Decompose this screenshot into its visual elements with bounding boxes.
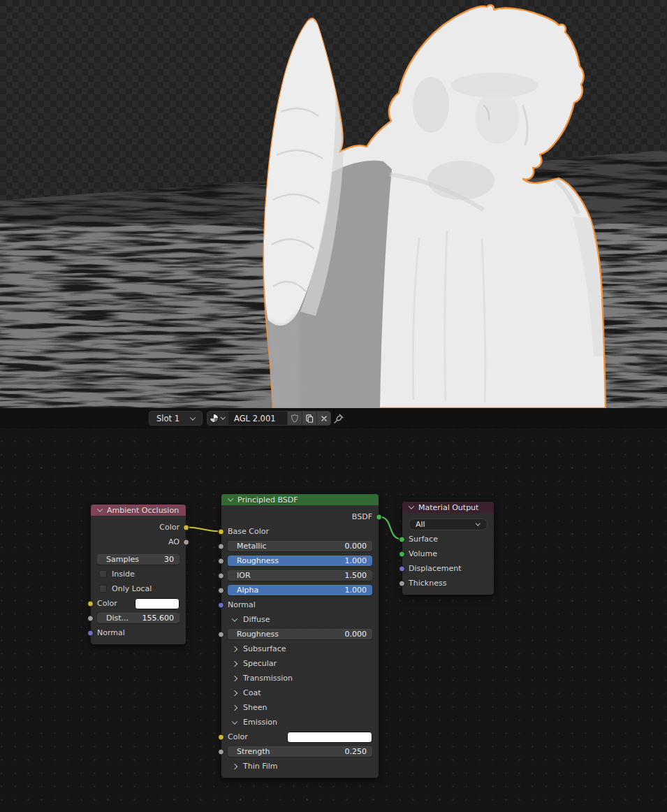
node-row-ior[interactable]: IOR1.500 [221,568,379,583]
volume-socket[interactable] [399,551,405,557]
chevron-right-icon[interactable] [232,763,237,769]
node-row-base-color: Base Color [221,524,379,539]
slider-value: 1.000 [345,586,367,595]
node-link[interactable] [379,517,402,539]
inside-checkbox[interactable] [99,570,107,578]
node-link[interactable] [186,528,221,532]
slider-label: Dist... [106,614,129,623]
slider-value: 1.500 [345,571,367,580]
section-label: Subsurface [243,644,286,653]
node-ambient-occlusion[interactable]: Ambient OcclusionColorAOSamples30InsideO… [90,504,186,645]
node-row-inside[interactable]: Inside [91,567,186,581]
node-row-alpha[interactable]: Alpha1.000 [221,583,379,597]
slider-label: Samples [106,555,139,564]
node-header-principled-bsdf[interactable]: Principled BSDF [221,494,379,505]
color-socket[interactable] [218,734,224,740]
node-header-ambient-occlusion[interactable]: Ambient Occlusion [91,505,186,516]
color-color-swatch[interactable] [287,732,372,743]
chevron-right-icon[interactable] [232,690,237,695]
node-material-output[interactable]: Material OutputAllSurfaceVolumeDisplacem… [402,501,494,595]
socket-label: Displacement [409,564,462,573]
color-socket[interactable] [87,600,94,607]
node-row-color: Color [91,520,186,535]
roughness-slider[interactable]: Roughness0.000 [228,629,372,639]
node-row-displacement: Displacement [402,561,494,576]
normal-socket[interactable] [218,602,224,608]
viewport-3d[interactable] [0,0,667,408]
node-row-ao: AO [91,535,186,549]
socket-label: Color [159,523,179,532]
color-color-swatch[interactable] [135,598,179,609]
node-row-sheen[interactable]: Sheen [221,700,379,715]
node-row-volume: Volume [402,546,494,561]
color-label: Color [228,732,248,741]
metallic-socket[interactable] [218,543,224,549]
base-color-socket[interactable] [218,528,224,535]
node-row-transmission[interactable]: Transmission [221,671,379,686]
chevron-down-icon[interactable] [232,616,237,621]
color-socket[interactable] [183,524,189,530]
node-row-all[interactable]: All [402,517,494,532]
strength-socket[interactable] [218,748,224,755]
alpha-slider[interactable]: Alpha1.000 [228,585,372,595]
chevron-right-icon[interactable] [232,660,237,666]
surface-socket[interactable] [399,536,405,542]
node-row-only-local[interactable]: Only Local [91,581,186,596]
statue-object[interactable] [263,5,606,408]
only-local-checkbox[interactable] [99,585,107,593]
node-row-normal: Normal [221,597,379,612]
all-dropdown[interactable]: All [409,519,488,530]
slider-value: 0.000 [345,542,367,551]
normal-socket[interactable] [87,630,94,636]
node-row-specular[interactable]: Specular [221,656,379,671]
node-row-roughness[interactable]: Roughness0.000 [221,627,379,641]
node-row-color[interactable]: Color [221,730,379,744]
node-row-emission[interactable]: Emission [221,715,379,730]
roughness-slider[interactable]: Roughness1.000 [228,556,372,566]
node-principled-bsdf[interactable]: Principled BSDFBSDFBase ColorMetallic0.0… [221,493,379,778]
metallic-slider[interactable]: Metallic0.000 [228,541,372,551]
node-row-roughness[interactable]: Roughness1.000 [221,553,379,568]
collapse-chevron-icon[interactable] [409,503,414,509]
node-row-dist[interactable]: Dist...155.600 [91,611,186,625]
ior-slider[interactable]: IOR1.500 [228,570,372,581]
collapse-chevron-icon[interactable] [97,506,103,512]
node-body: ColorAOSamples30InsideOnly LocalColorDis… [91,516,186,644]
node-title: Ambient Occlusion [107,506,179,515]
node-body: BSDFBase ColorMetallic0.000Roughness1.00… [221,505,379,778]
ao-socket[interactable] [183,539,189,545]
node-row-metallic[interactable]: Metallic0.000 [221,539,379,553]
alpha-socket[interactable] [218,587,224,593]
samples-slider[interactable]: Samples30 [97,554,179,565]
dist-socket[interactable] [87,615,94,621]
slider-value: 30 [164,555,174,564]
roughness-socket[interactable] [218,558,224,564]
chevron-down-icon[interactable] [232,718,237,724]
bsdf-socket[interactable] [376,514,382,520]
thickness-socket[interactable] [399,580,405,586]
displacement-socket[interactable] [399,565,405,572]
node-row-thin-film[interactable]: Thin Film [221,759,379,774]
strength-slider[interactable]: Strength0.250 [228,746,372,757]
slider-value: 0.250 [345,747,367,756]
node-header-material-output[interactable]: Material Output [402,502,494,513]
node-row-coat[interactable]: Coat [221,686,379,700]
node-row-samples[interactable]: Samples30 [91,552,186,567]
node-row-subsurface[interactable]: Subsurface [221,641,379,656]
shader-editor: Slot 1 AGL 2.001 [0,408,667,812]
roughness-socket[interactable] [218,631,224,637]
chevron-right-icon[interactable] [232,646,237,651]
collapse-chevron-icon[interactable] [228,495,233,501]
dist-slider[interactable]: Dist...155.600 [97,613,179,623]
node-row-diffuse[interactable]: Diffuse [221,612,379,627]
node-row-color[interactable]: Color [91,596,186,611]
socket-label: Normal [97,628,125,637]
chevron-down-icon [476,521,480,525]
node-body: AllSurfaceVolumeDisplacementThickness [402,513,494,595]
section-label: Emission [243,718,277,727]
chevron-right-icon[interactable] [232,704,237,710]
chevron-right-icon[interactable] [232,675,237,681]
socket-label: Volume [409,549,437,558]
ior-socket[interactable] [218,572,224,579]
node-row-strength[interactable]: Strength0.250 [221,744,379,759]
